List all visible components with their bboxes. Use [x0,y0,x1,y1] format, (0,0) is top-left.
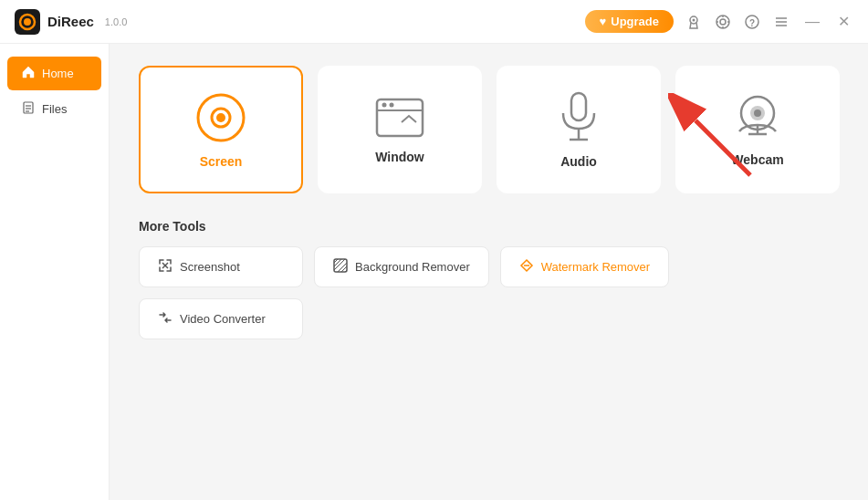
svg-rect-27 [571,93,586,120]
webcam-card-label: Webcam [731,152,783,167]
upgrade-heart-icon: ♥ [600,15,607,28]
svg-point-2 [24,18,31,26]
svg-point-22 [216,113,225,122]
screen-mode-card[interactable]: Screen [139,66,303,193]
app-name: DiReec [47,14,94,29]
audio-mode-card[interactable]: Audio [497,66,661,193]
sidebar: Home Files [0,44,110,500]
window-card-label: Window [375,150,424,164]
app-version: 1.0.0 [105,16,127,27]
screenshot-icon [158,258,173,276]
video-converter-label: Video Converter [180,312,266,326]
svg-point-32 [754,109,761,117]
upgrade-label: Upgrade [611,15,659,28]
content-area: Screen Window [110,44,868,500]
watermark-remover-icon [519,258,534,276]
svg-text:?: ? [749,17,755,27]
video-converter-tool[interactable]: Video Converter [139,298,303,339]
menu-icon[interactable] [772,13,790,31]
window-mode-card[interactable]: Window [318,66,482,193]
home-icon [22,66,35,81]
svg-point-26 [390,103,394,108]
svg-point-6 [720,19,726,25]
title-bar: DiReec 1.0.0 ♥ Upgrade [0,0,868,44]
webcam-mode-card[interactable]: Webcam [675,66,840,193]
background-remover-tool[interactable]: Background Remover [314,246,489,287]
minimize-button[interactable]: — [801,12,823,32]
app-logo [15,9,40,35]
background-remover-icon [333,258,348,276]
svg-point-5 [716,16,729,28]
screenshot-label: Screenshot [180,260,240,274]
tools-grid: Screenshot Backgro [139,246,839,339]
main-layout: Home Files [0,44,868,500]
watermark-remover-tool[interactable]: Watermark Remover [500,246,669,287]
logo-area: DiReec 1.0.0 [15,9,127,35]
video-converter-icon [158,310,173,328]
webcam-icon [730,93,785,143]
screen-card-label: Screen [200,154,243,169]
title-bar-actions: ♥ Upgrade ? [585,10,853,33]
sidebar-item-files[interactable]: Files [7,92,101,126]
audio-card-label: Audio [560,154,597,169]
more-tools-title: More Tools [139,219,839,234]
svg-point-25 [382,103,387,108]
window-icon [372,95,427,141]
settings-icon[interactable] [685,13,703,31]
upgrade-button[interactable]: ♥ Upgrade [585,10,674,33]
screen-icon [193,90,248,145]
sidebar-files-label: Files [42,102,67,116]
more-tools-section: More Tools Screenshot [139,219,839,339]
background-remover-label: Background Remover [355,260,470,274]
svg-point-4 [693,18,695,21]
files-icon [22,101,35,117]
target-icon[interactable] [714,13,732,31]
sidebar-home-label: Home [42,67,74,80]
audio-icon [556,90,601,145]
mode-cards-wrapper: Screen Window [139,66,839,193]
watermark-remover-label: Watermark Remover [541,260,650,274]
screenshot-tool[interactable]: Screenshot [139,246,303,287]
sidebar-item-home[interactable]: Home [7,57,101,90]
mode-cards: Screen Window [139,66,839,193]
help-icon[interactable]: ? [743,13,761,31]
close-button[interactable]: ✕ [834,11,853,32]
